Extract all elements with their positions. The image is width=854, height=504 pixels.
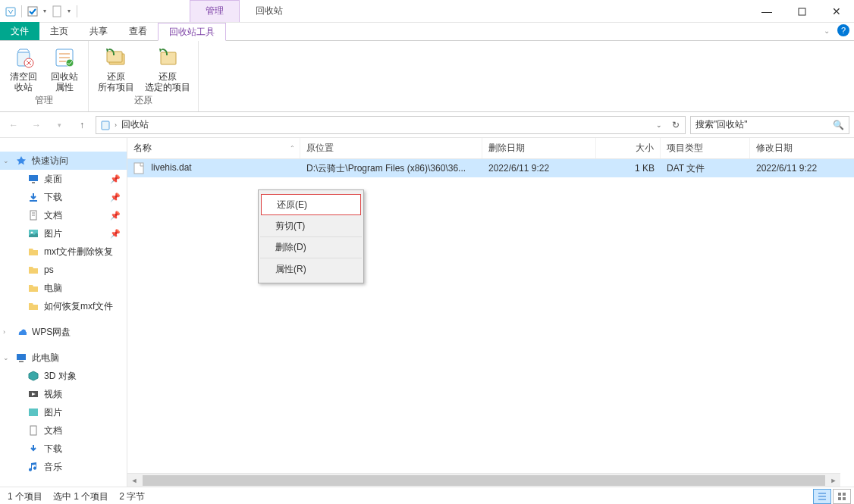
chevron-right-icon[interactable]: › — [3, 328, 5, 336]
sidebar-item-music[interactable]: 音乐 — [0, 458, 127, 476]
sidebar-item-3d[interactable]: 3D 对象 — [0, 367, 127, 385]
nav-forward-button[interactable]: → — [27, 116, 46, 134]
title-bar: ▾ ▾ 管理 回收站 — ✕ — [0, 0, 854, 23]
sidebar-item-label: 视频 — [44, 388, 62, 401]
horizontal-scrollbar[interactable]: ◄ ► — [127, 473, 840, 487]
restore-all-button[interactable]: 还原所有项目 — [95, 44, 137, 92]
col-type[interactable]: 项目类型 — [661, 138, 750, 158]
sidebar-item-folder[interactable]: 电脑 — [0, 279, 127, 297]
pin-icon[interactable]: 📌 — [110, 174, 121, 184]
ctx-properties[interactable]: 属性(R) — [260, 258, 362, 280]
sidebar-wps[interactable]: ›WPS网盘 — [0, 323, 127, 341]
document-icon — [27, 424, 39, 437]
scroll-thumb[interactable] — [143, 475, 825, 486]
refresh-icon[interactable]: ↻ — [668, 117, 683, 133]
collapse-ribbon-icon[interactable]: ⌄ — [824, 27, 830, 35]
svg-point-10 — [66, 59, 74, 67]
tab-file[interactable]: 文件 — [0, 22, 39, 40]
svg-rect-15 — [29, 175, 38, 181]
pin-icon[interactable]: 📌 — [110, 193, 121, 202]
sidebar-item-label: WPS网盘 — [32, 326, 71, 339]
svg-rect-24 — [19, 361, 24, 362]
sidebar-item-downloads[interactable]: 下载📌 — [0, 188, 127, 206]
search-input[interactable]: 搜索"回收站" 🔍 — [690, 116, 849, 134]
qat-customize-icon[interactable]: ▾ — [66, 8, 72, 14]
address-root-icon[interactable]: › — [99, 119, 117, 131]
ctx-restore[interactable]: 还原(E) — [261, 194, 361, 215]
ribbon-group-restore: 还原所有项目 还原选定的项目 还原 — [89, 41, 199, 111]
sidebar-item-folder[interactable]: ps — [0, 261, 127, 279]
empty-recycle-button[interactable]: 清空回收站 — [6, 44, 41, 92]
col-name[interactable]: 名称⌃ — [127, 138, 300, 158]
col-delete-date[interactable]: 删除日期 — [482, 138, 596, 158]
svg-rect-26 — [29, 409, 38, 416]
sidebar-this-pc[interactable]: ⌄此电脑 — [0, 349, 127, 367]
chevron-right-icon[interactable]: › — [115, 121, 117, 129]
sidebar-item-documents[interactable]: 文档📌 — [0, 206, 127, 224]
sidebar-item-label: 文档 — [44, 424, 62, 437]
sidebar-item-label: 3D 对象 — [44, 370, 77, 383]
title-context-tabs: 管理 回收站 — [190, 0, 299, 23]
sidebar-item-label: mxf文件删除恢复 — [44, 246, 113, 258]
ctx-cut[interactable]: 剪切(T) — [260, 216, 362, 237]
sidebar-item-videos[interactable]: 视频 — [0, 385, 127, 403]
svg-rect-14 — [102, 121, 109, 130]
cell-orig: D:\云骑士\Program Files (x86)\360\36... — [300, 162, 482, 175]
sidebar-item-folder[interactable]: mxf文件删除恢复 — [0, 243, 127, 261]
cell-name: livehis.dat — [127, 162, 300, 174]
maximize-button[interactable] — [784, 0, 819, 23]
scroll-right-icon[interactable]: ► — [827, 474, 840, 487]
new-doc-icon[interactable] — [51, 5, 63, 17]
sidebar-item-desktop[interactable]: 桌面📌 — [0, 170, 127, 188]
sidebar-item-folder[interactable]: 如何恢复mxf文件 — [0, 297, 127, 315]
sidebar-item-documents[interactable]: 文档 — [0, 421, 127, 440]
contextual-tab-manage[interactable]: 管理 — [190, 0, 240, 22]
chevron-down-icon[interactable]: ⌄ — [3, 354, 9, 362]
tab-recycle-tools[interactable]: 回收站工具 — [158, 23, 226, 41]
recycle-bin-icon — [5, 5, 17, 17]
tab-share[interactable]: 共享 — [79, 22, 118, 40]
breadcrumb-segment[interactable]: 回收站 — [121, 118, 149, 131]
close-button[interactable]: ✕ — [819, 0, 854, 23]
pin-icon[interactable]: 📌 — [110, 211, 121, 221]
scroll-left-icon[interactable]: ◄ — [127, 474, 141, 487]
checkbox-checked-icon[interactable] — [27, 5, 39, 17]
svg-rect-1 — [28, 7, 37, 16]
svg-rect-17 — [30, 200, 37, 202]
document-icon — [27, 209, 39, 221]
properties-button[interactable]: 回收站属性 — [47, 44, 82, 92]
qat-dropdown-icon[interactable]: ▾ — [42, 8, 48, 14]
chevron-down-icon[interactable]: ⌄ — [3, 157, 9, 164]
nav-up-button[interactable]: ↑ — [73, 116, 91, 134]
view-large-icons-button[interactable] — [833, 489, 851, 504]
sidebar-item-downloads[interactable]: 下载 — [0, 440, 127, 458]
quick-access-toolbar: ▾ ▾ — [0, 5, 83, 17]
search-icon[interactable]: 🔍 — [833, 120, 844, 130]
tab-view[interactable]: 查看 — [118, 22, 158, 40]
sidebar-item-pictures[interactable]: 图片 — [0, 403, 127, 421]
nav-recent-dropdown[interactable]: ▾ — [50, 116, 68, 134]
button-label: 还原所有项目 — [98, 71, 134, 92]
svg-rect-23 — [17, 354, 26, 360]
sidebar-item-label: 如何恢复mxf文件 — [44, 300, 113, 313]
file-icon — [133, 162, 146, 174]
col-size[interactable]: 大小 — [596, 138, 661, 158]
help-icon[interactable]: ? — [837, 24, 849, 36]
sidebar-item-label: 电脑 — [44, 282, 62, 295]
address-dropdown-icon[interactable]: ⌄ — [651, 117, 667, 133]
tab-home[interactable]: 主页 — [39, 22, 79, 40]
restore-selected-button[interactable]: 还原选定的项目 — [143, 44, 192, 92]
address-bar: ← → ▾ ↑ › 回收站 ⌄ ↻ 搜索"回收站" 🔍 — [0, 112, 854, 138]
sidebar-item-pictures[interactable]: 图片📌 — [0, 224, 127, 243]
pin-icon[interactable]: 📌 — [110, 229, 121, 239]
sidebar-quick-access[interactable]: ⌄ 快速访问 — [0, 152, 127, 170]
minimize-button[interactable]: — — [749, 0, 784, 23]
content-area: ⌄ 快速访问 桌面📌 下载📌 文档📌 图片📌 mxf文件删除恢复 ps 电脑 如… — [0, 138, 854, 487]
col-original-location[interactable]: 原位置 — [300, 138, 482, 158]
nav-back-button[interactable]: ← — [5, 116, 23, 134]
file-row[interactable]: livehis.dat D:\云骑士\Program Files (x86)\3… — [127, 159, 854, 177]
ctx-delete[interactable]: 删除(D) — [260, 237, 362, 258]
address-box[interactable]: › 回收站 ⌄ ↻ — [96, 116, 686, 134]
view-details-button[interactable] — [813, 489, 831, 504]
col-modified-date[interactable]: 修改日期 — [750, 138, 854, 158]
